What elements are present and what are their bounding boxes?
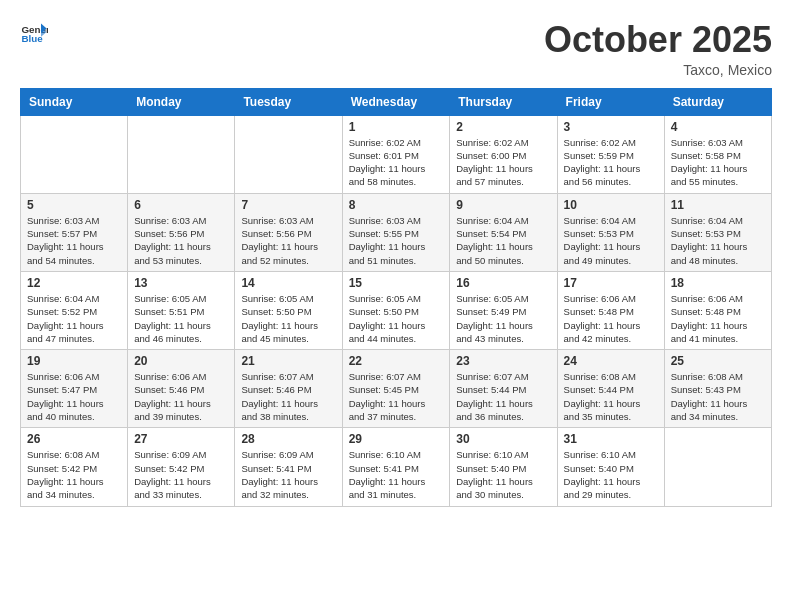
day-info: Sunrise: 6:03 AM Sunset: 5:55 PM Dayligh… [349,214,444,267]
day-number: 29 [349,432,444,446]
calendar-day-22: 22Sunrise: 6:07 AM Sunset: 5:45 PM Dayli… [342,350,450,428]
day-info: Sunrise: 6:09 AM Sunset: 5:41 PM Dayligh… [241,448,335,501]
calendar-day-21: 21Sunrise: 6:07 AM Sunset: 5:46 PM Dayli… [235,350,342,428]
day-info: Sunrise: 6:06 AM Sunset: 5:48 PM Dayligh… [671,292,765,345]
calendar-day-25: 25Sunrise: 6:08 AM Sunset: 5:43 PM Dayli… [664,350,771,428]
calendar-week-5: 26Sunrise: 6:08 AM Sunset: 5:42 PM Dayli… [21,428,772,506]
calendar-week-1: 1Sunrise: 6:02 AM Sunset: 6:01 PM Daylig… [21,115,772,193]
day-number: 16 [456,276,550,290]
logo-icon: General Blue [20,20,48,48]
day-number: 12 [27,276,121,290]
day-number: 27 [134,432,228,446]
day-info: Sunrise: 6:07 AM Sunset: 5:45 PM Dayligh… [349,370,444,423]
day-info: Sunrise: 6:08 AM Sunset: 5:43 PM Dayligh… [671,370,765,423]
calendar-day-24: 24Sunrise: 6:08 AM Sunset: 5:44 PM Dayli… [557,350,664,428]
calendar-day-31: 31Sunrise: 6:10 AM Sunset: 5:40 PM Dayli… [557,428,664,506]
calendar-day-3: 3Sunrise: 6:02 AM Sunset: 5:59 PM Daylig… [557,115,664,193]
day-info: Sunrise: 6:10 AM Sunset: 5:40 PM Dayligh… [564,448,658,501]
calendar-day-9: 9Sunrise: 6:04 AM Sunset: 5:54 PM Daylig… [450,193,557,271]
day-number: 3 [564,120,658,134]
day-number: 5 [27,198,121,212]
day-number: 6 [134,198,228,212]
day-number: 15 [349,276,444,290]
day-info: Sunrise: 6:05 AM Sunset: 5:50 PM Dayligh… [241,292,335,345]
calendar-table: SundayMondayTuesdayWednesdayThursdayFrid… [20,88,772,507]
day-info: Sunrise: 6:06 AM Sunset: 5:47 PM Dayligh… [27,370,121,423]
calendar-day-28: 28Sunrise: 6:09 AM Sunset: 5:41 PM Dayli… [235,428,342,506]
calendar-week-2: 5Sunrise: 6:03 AM Sunset: 5:57 PM Daylig… [21,193,772,271]
calendar-day-7: 7Sunrise: 6:03 AM Sunset: 5:56 PM Daylig… [235,193,342,271]
day-number: 23 [456,354,550,368]
day-info: Sunrise: 6:06 AM Sunset: 5:46 PM Dayligh… [134,370,228,423]
calendar-day-29: 29Sunrise: 6:10 AM Sunset: 5:41 PM Dayli… [342,428,450,506]
day-info: Sunrise: 6:04 AM Sunset: 5:53 PM Dayligh… [564,214,658,267]
calendar-day-14: 14Sunrise: 6:05 AM Sunset: 5:50 PM Dayli… [235,271,342,349]
calendar-day-13: 13Sunrise: 6:05 AM Sunset: 5:51 PM Dayli… [128,271,235,349]
day-number: 24 [564,354,658,368]
day-info: Sunrise: 6:02 AM Sunset: 5:59 PM Dayligh… [564,136,658,189]
day-number: 21 [241,354,335,368]
day-info: Sunrise: 6:03 AM Sunset: 5:58 PM Dayligh… [671,136,765,189]
day-number: 30 [456,432,550,446]
calendar-day-6: 6Sunrise: 6:03 AM Sunset: 5:56 PM Daylig… [128,193,235,271]
calendar-day-1: 1Sunrise: 6:02 AM Sunset: 6:01 PM Daylig… [342,115,450,193]
day-info: Sunrise: 6:04 AM Sunset: 5:54 PM Dayligh… [456,214,550,267]
month-title: October 2025 [544,20,772,60]
calendar-day-4: 4Sunrise: 6:03 AM Sunset: 5:58 PM Daylig… [664,115,771,193]
weekday-header-saturday: Saturday [664,88,771,115]
logo: General Blue [20,20,48,48]
day-info: Sunrise: 6:05 AM Sunset: 5:49 PM Dayligh… [456,292,550,345]
day-info: Sunrise: 6:10 AM Sunset: 5:41 PM Dayligh… [349,448,444,501]
day-number: 31 [564,432,658,446]
calendar-day-8: 8Sunrise: 6:03 AM Sunset: 5:55 PM Daylig… [342,193,450,271]
empty-cell [664,428,771,506]
day-number: 17 [564,276,658,290]
calendar-day-20: 20Sunrise: 6:06 AM Sunset: 5:46 PM Dayli… [128,350,235,428]
day-info: Sunrise: 6:08 AM Sunset: 5:44 PM Dayligh… [564,370,658,423]
location: Taxco, Mexico [544,62,772,78]
title-area: October 2025 Taxco, Mexico [544,20,772,78]
calendar-day-5: 5Sunrise: 6:03 AM Sunset: 5:57 PM Daylig… [21,193,128,271]
day-number: 18 [671,276,765,290]
day-number: 1 [349,120,444,134]
calendar-day-23: 23Sunrise: 6:07 AM Sunset: 5:44 PM Dayli… [450,350,557,428]
calendar-day-19: 19Sunrise: 6:06 AM Sunset: 5:47 PM Dayli… [21,350,128,428]
calendar-day-26: 26Sunrise: 6:08 AM Sunset: 5:42 PM Dayli… [21,428,128,506]
calendar-day-30: 30Sunrise: 6:10 AM Sunset: 5:40 PM Dayli… [450,428,557,506]
calendar-week-3: 12Sunrise: 6:04 AM Sunset: 5:52 PM Dayli… [21,271,772,349]
empty-cell [21,115,128,193]
day-info: Sunrise: 6:08 AM Sunset: 5:42 PM Dayligh… [27,448,121,501]
page-header: General Blue October 2025 Taxco, Mexico [20,20,772,78]
day-number: 8 [349,198,444,212]
day-info: Sunrise: 6:02 AM Sunset: 6:00 PM Dayligh… [456,136,550,189]
day-number: 22 [349,354,444,368]
weekday-header-friday: Friday [557,88,664,115]
day-number: 9 [456,198,550,212]
day-number: 4 [671,120,765,134]
weekday-header-thursday: Thursday [450,88,557,115]
day-info: Sunrise: 6:03 AM Sunset: 5:57 PM Dayligh… [27,214,121,267]
weekday-header-row: SundayMondayTuesdayWednesdayThursdayFrid… [21,88,772,115]
day-info: Sunrise: 6:09 AM Sunset: 5:42 PM Dayligh… [134,448,228,501]
empty-cell [235,115,342,193]
calendar-day-10: 10Sunrise: 6:04 AM Sunset: 5:53 PM Dayli… [557,193,664,271]
weekday-header-monday: Monday [128,88,235,115]
weekday-header-wednesday: Wednesday [342,88,450,115]
calendar-day-12: 12Sunrise: 6:04 AM Sunset: 5:52 PM Dayli… [21,271,128,349]
weekday-header-tuesday: Tuesday [235,88,342,115]
calendar-day-15: 15Sunrise: 6:05 AM Sunset: 5:50 PM Dayli… [342,271,450,349]
day-info: Sunrise: 6:04 AM Sunset: 5:53 PM Dayligh… [671,214,765,267]
day-info: Sunrise: 6:03 AM Sunset: 5:56 PM Dayligh… [134,214,228,267]
day-number: 11 [671,198,765,212]
day-info: Sunrise: 6:05 AM Sunset: 5:51 PM Dayligh… [134,292,228,345]
calendar-day-18: 18Sunrise: 6:06 AM Sunset: 5:48 PM Dayli… [664,271,771,349]
day-info: Sunrise: 6:04 AM Sunset: 5:52 PM Dayligh… [27,292,121,345]
day-info: Sunrise: 6:06 AM Sunset: 5:48 PM Dayligh… [564,292,658,345]
calendar-day-2: 2Sunrise: 6:02 AM Sunset: 6:00 PM Daylig… [450,115,557,193]
calendar-day-16: 16Sunrise: 6:05 AM Sunset: 5:49 PM Dayli… [450,271,557,349]
day-number: 19 [27,354,121,368]
day-info: Sunrise: 6:03 AM Sunset: 5:56 PM Dayligh… [241,214,335,267]
weekday-header-sunday: Sunday [21,88,128,115]
calendar-day-27: 27Sunrise: 6:09 AM Sunset: 5:42 PM Dayli… [128,428,235,506]
day-info: Sunrise: 6:10 AM Sunset: 5:40 PM Dayligh… [456,448,550,501]
